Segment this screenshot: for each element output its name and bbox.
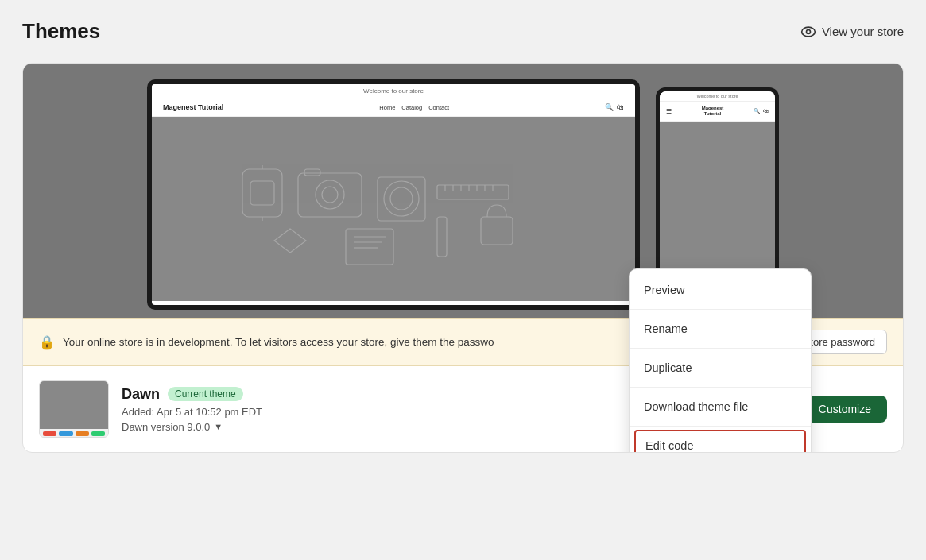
svg-rect-2	[242, 169, 282, 217]
mobile-browser-bar: Welcome to our store	[660, 91, 775, 102]
svg-point-8	[322, 187, 338, 203]
mobile-nav-icons: 🔍 🛍	[754, 108, 769, 114]
page-title: Themes	[22, 19, 100, 44]
hamburger-icon: ☰	[666, 108, 672, 115]
svg-rect-22	[437, 217, 447, 257]
mobile-store-name: MagenestTutorial	[702, 106, 724, 117]
eye-icon	[800, 24, 816, 40]
svg-rect-9	[304, 169, 320, 176]
svg-point-1	[806, 29, 810, 33]
dropdown-item-preview[interactable]: Preview	[630, 274, 811, 306]
svg-rect-6	[298, 173, 362, 217]
dropdown-item-duplicate[interactable]: Duplicate	[630, 352, 811, 384]
mobile-screen: Welcome to our store ☰ MagenestTutorial …	[660, 91, 775, 298]
version-dropdown-icon[interactable]: ▼	[214, 422, 223, 431]
dropdown-item-edit-code[interactable]: Edit code	[634, 430, 806, 453]
dropdown-divider-4	[630, 426, 811, 427]
view-store-link[interactable]: View your store	[800, 24, 904, 40]
desktop-content	[152, 117, 635, 301]
desktop-store-name: Magenest Tutorial	[163, 103, 223, 111]
thumbnail-preview	[40, 381, 108, 429]
desktop-nav-icons: 🔍 🛍	[605, 103, 624, 111]
svg-point-11	[384, 181, 419, 216]
lock-icon: 🔒	[39, 334, 55, 350]
view-store-label: View your store	[822, 25, 904, 38]
dropdown-item-download[interactable]: Download theme file	[630, 391, 811, 423]
theme-thumbnail	[39, 380, 109, 438]
desktop-screen: Welcome to our store Magenest Tutorial H…	[152, 84, 635, 305]
dropdown-menu: Preview Rename Duplicate Download theme …	[629, 268, 812, 453]
dropdown-divider-1	[630, 309, 811, 310]
svg-rect-23	[346, 229, 393, 265]
page-header: Themes View your store	[22, 19, 904, 44]
svg-rect-10	[378, 177, 425, 221]
current-theme-badge: Current theme	[168, 387, 243, 401]
thumb-bar-1	[43, 431, 56, 436]
svg-rect-3	[250, 181, 274, 205]
desktop-mockup: Welcome to our store Magenest Tutorial H…	[147, 79, 640, 310]
svg-point-7	[316, 180, 344, 209]
main-card: Welcome to our store Magenest Tutorial H…	[22, 63, 904, 453]
customize-button[interactable]: Customize	[803, 396, 887, 423]
theme-version: Dawn version 9.0.0	[122, 421, 210, 433]
theme-name: Dawn	[122, 386, 160, 403]
desktop-browser-bar: Welcome to our store	[152, 84, 635, 98]
thumb-bar-4	[91, 431, 105, 436]
svg-rect-21	[481, 217, 513, 245]
thumb-bar-3	[76, 431, 89, 436]
thumb-bar-2	[59, 431, 72, 436]
desktop-store-nav: Magenest Tutorial Home Catalog Contact 🔍…	[152, 98, 635, 117]
svg-point-0	[802, 27, 816, 37]
svg-rect-13	[437, 185, 509, 199]
svg-point-12	[390, 187, 413, 210]
desktop-nav-links: Home Catalog Contact	[379, 104, 449, 111]
thumbnail-footer	[40, 429, 108, 438]
dropdown-divider-3	[630, 387, 811, 388]
mobile-nav: ☰ MagenestTutorial 🔍 🛍	[660, 102, 775, 122]
dropdown-item-rename[interactable]: Rename	[630, 313, 811, 345]
dropdown-divider-2	[630, 348, 811, 349]
